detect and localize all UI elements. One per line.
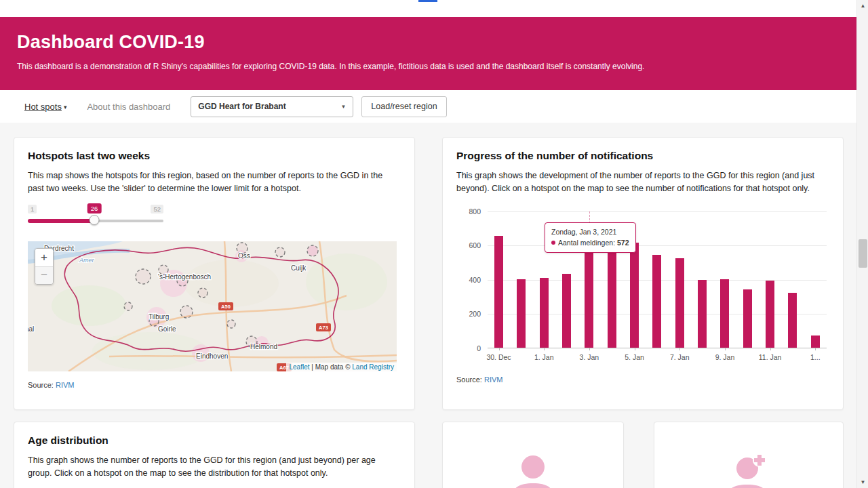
hotspot-threshold-slider[interactable]: 1 52 26 — [28, 205, 163, 233]
hotspots-card-title: Hotspots last two weeks — [28, 150, 401, 162]
chart-bar[interactable] — [743, 289, 752, 348]
chart-bar[interactable] — [585, 249, 593, 347]
bar-slot — [788, 211, 797, 348]
map-city-label-clipped: aal — [28, 325, 34, 333]
nav-hotspots-dropdown[interactable]: Hot spots — [24, 102, 66, 112]
y-axis-label: 800 — [456, 207, 481, 216]
map-canvas: A50 A73 A67 Dordrecht Amer Oss Cuijk 's-… — [28, 241, 397, 371]
top-strip — [0, 0, 856, 17]
leaflet-link[interactable]: Leaflet — [289, 363, 309, 371]
map-city-label: Helmond — [250, 343, 277, 350]
zoom-in-button[interactable]: + — [35, 249, 53, 266]
bar-slot: 11. Jan — [766, 211, 774, 348]
map-attribution: Leaflet | Map data © Land Registry — [286, 363, 397, 371]
chart-bar[interactable] — [540, 278, 549, 347]
x-axis-label: 11. Jan — [759, 353, 782, 361]
axis-tick — [725, 348, 726, 350]
slider-handle[interactable] — [90, 215, 100, 225]
progress-card-description: This graph shows the development of the … — [456, 169, 829, 195]
x-axis-label: 9. Jan — [715, 353, 735, 361]
person-icon — [505, 452, 561, 488]
bar-slot — [698, 211, 707, 348]
age-card-description: This graph shows the number of reports t… — [28, 454, 401, 480]
slider-max-label: 52 — [151, 205, 163, 214]
chart-bar[interactable] — [698, 280, 707, 348]
bar-slot: 7. Jan — [675, 211, 684, 348]
hotspots-card: Hotspots last two weeks This map shows t… — [14, 137, 415, 410]
chart-tooltip: Zondag, Jan 3, 2021 Aantal meldingen: 57… — [545, 222, 636, 253]
chart-bar[interactable] — [675, 258, 684, 347]
attribution-text: | Map data © — [310, 363, 353, 371]
source-label: Source: — [28, 381, 54, 389]
land-registry-link[interactable]: Land Registry — [352, 363, 394, 371]
leaflet-map[interactable]: A50 A73 A67 Dordrecht Amer Oss Cuijk 's-… — [28, 241, 397, 371]
hotspots-card-description: This map shows the hotspots for this reg… — [28, 169, 401, 195]
map-city-label: Goirle — [158, 325, 176, 333]
scrollbar[interactable] — [856, 0, 868, 488]
axis-tick — [815, 348, 816, 350]
chart-bar[interactable] — [720, 279, 729, 348]
zoom-out-button[interactable]: − — [35, 266, 53, 284]
stat-card-person — [442, 422, 624, 488]
map-city-label: Eindhoven — [196, 352, 228, 360]
x-axis-label: 7. Jan — [670, 353, 690, 361]
bar-slot: 30. Dec — [494, 211, 503, 348]
x-axis-label: 1... — [810, 353, 821, 361]
scroll-up-arrow-icon[interactable] — [857, 0, 868, 12]
chart-bar[interactable] — [811, 336, 820, 348]
source-label: Source: — [456, 375, 482, 384]
x-axis-label: 5. Jan — [625, 353, 644, 361]
axis-tick — [770, 348, 771, 350]
chart-bar[interactable] — [766, 281, 774, 347]
y-axis-label: 600 — [456, 241, 481, 249]
progress-card-title: Progress of the number of notifications — [456, 150, 829, 162]
page-title: Dashboard COVID-19 — [17, 32, 840, 53]
y-axis-label: 0 — [456, 344, 481, 352]
bar-slot: 9. Jan — [720, 211, 729, 348]
notifications-bar-chart: 30. Dec1. Jan3. Jan5. Jan7. Jan9. Jan11.… — [456, 203, 829, 366]
axis-tick — [589, 348, 590, 350]
slider-fill — [28, 219, 94, 223]
chart-bar[interactable] — [562, 274, 571, 348]
load-reset-button[interactable]: Load/reset region — [361, 96, 446, 117]
chart-bar[interactable] — [788, 293, 797, 348]
series-dot-icon — [551, 241, 555, 245]
map-zoom-control: + − — [35, 248, 54, 285]
bar-slot: 1... — [811, 211, 820, 348]
road-badge: A50 — [221, 304, 231, 310]
map-city-label: 's-Hertogenbosch — [158, 273, 211, 281]
axis-tick — [635, 348, 635, 350]
slider-min-label: 1 — [28, 205, 37, 214]
rivm-link[interactable]: RIVM — [56, 381, 75, 389]
slider-value-badge: 26 — [87, 203, 102, 214]
chart-bar[interactable] — [517, 279, 526, 348]
scrollbar-thumb[interactable] — [859, 239, 867, 268]
chart-bar[interactable] — [494, 236, 503, 347]
axis-tick — [544, 348, 545, 350]
chart-bar[interactable] — [608, 251, 616, 347]
rivm-link[interactable]: RIVM — [484, 375, 503, 384]
bar-slot — [652, 211, 661, 348]
tooltip-date: Zondag, Jan 3, 2021 — [551, 226, 629, 237]
axis-tick — [499, 348, 500, 350]
map-city-label: Cuijk — [291, 264, 307, 272]
age-card-title: Age distribution — [28, 434, 401, 447]
icon-container — [456, 434, 610, 488]
axis-tick — [679, 348, 680, 350]
tab-indicator — [418, 0, 437, 2]
region-select[interactable]: GGD Heart for Brabant — [191, 96, 353, 117]
source-line: Source: RIVM — [28, 381, 401, 389]
map-city-label: Tilburg — [149, 313, 169, 321]
person-medical-icon — [720, 452, 777, 488]
chart-bars: 30. Dec1. Jan3. Jan5. Jan7. Jan9. Jan11.… — [488, 211, 827, 348]
chart-bar[interactable] — [652, 255, 661, 347]
nav-about-link[interactable]: About this dashboard — [87, 102, 170, 112]
x-axis-label: 3. Jan — [580, 353, 599, 361]
scroll-down-arrow-icon[interactable] — [857, 476, 868, 488]
x-axis-label: 30. Dec — [486, 353, 511, 361]
x-axis-label: 1. Jan — [534, 353, 554, 361]
icon-container — [668, 434, 829, 488]
caret-down-icon — [64, 104, 67, 110]
chart-bar[interactable] — [630, 243, 639, 347]
stat-card-person-medical — [654, 422, 844, 488]
